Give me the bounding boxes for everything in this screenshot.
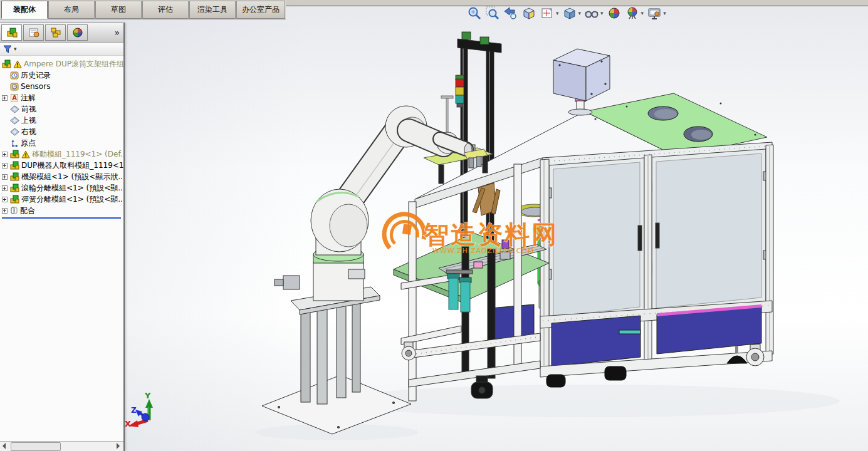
tree-item-root[interactable]: Ampere DUP滚筒支架组件组... xyxy=(2,58,123,70)
filter-funnel-icon[interactable] xyxy=(3,45,12,53)
tab-sketch[interactable]: 草图 xyxy=(95,1,142,19)
tree-item-mates[interactable]: 配合 xyxy=(2,205,123,216)
tab-render-tools[interactable]: 渲染工具 xyxy=(189,1,236,19)
display-style-icon[interactable] xyxy=(562,5,578,21)
tree-item-subassembly[interactable]: DUP機器人取料模組_1119<1... xyxy=(2,160,123,171)
dropdown-arrow[interactable]: ▾ xyxy=(578,10,582,16)
expander-icon[interactable] xyxy=(2,185,10,191)
glass-door-left xyxy=(553,162,640,317)
dropdown-arrow[interactable]: ▾ xyxy=(641,10,644,16)
history-icon xyxy=(10,71,19,80)
tree-item-history[interactable]: 历史记录 xyxy=(2,70,123,81)
tree-item-subassembly[interactable]: 機架模組<1> (預設<顯示狀... xyxy=(2,171,123,182)
view-settings-icon[interactable] xyxy=(646,5,662,21)
tab-evaluate[interactable]: 评估 xyxy=(142,1,189,19)
view-orientation-icon[interactable] xyxy=(539,5,555,21)
assembly-icon xyxy=(10,161,19,170)
warning-icon xyxy=(21,150,30,158)
assembly-icon xyxy=(10,150,19,158)
glass-door-right xyxy=(656,153,761,308)
zoom-to-area-icon[interactable] xyxy=(484,5,501,21)
previous-view-icon[interactable] xyxy=(503,5,519,21)
dropdown-arrow[interactable]: ▾ xyxy=(600,10,604,16)
tab-office-products[interactable]: 办公室产品 xyxy=(236,1,285,19)
expander-icon[interactable] xyxy=(2,95,10,101)
door-handle-right xyxy=(656,223,659,248)
apply-scene-icon[interactable] xyxy=(624,5,641,21)
expander-icon[interactable] xyxy=(2,197,10,202)
watermark-title: 智造资料网 xyxy=(423,220,558,249)
tree-item-subassembly[interactable]: 彈簧分離模組<1> (預設<顯... xyxy=(2,194,123,205)
door-handle-left xyxy=(638,226,642,251)
scrollbar-thumb[interactable] xyxy=(11,442,61,451)
graphics-area[interactable]: 智造资料网 WWW.ZHIZAOZILIAO.COM Y X Z xyxy=(0,0,868,451)
tree-horizontal-scrollbar[interactable] xyxy=(0,441,123,451)
plane-icon xyxy=(10,128,19,136)
robot-base xyxy=(313,262,363,301)
rollback-bar[interactable] xyxy=(2,217,121,219)
display-manager-tab[interactable] xyxy=(67,24,88,41)
expander-icon[interactable] xyxy=(2,163,10,168)
expander-icon[interactable] xyxy=(2,174,10,180)
tab-assembly[interactable]: 装配体 xyxy=(1,1,48,19)
edit-appearance-icon[interactable] xyxy=(606,5,622,21)
property-manager-tab[interactable] xyxy=(23,24,44,41)
tab-layout[interactable]: 布局 xyxy=(48,1,95,19)
assembly-icon xyxy=(10,195,19,204)
command-manager-tabs: 装配体 布局 草图 评估 渲染工具 办公室产品 xyxy=(0,0,286,19)
panel-overflow-chevron[interactable]: » xyxy=(114,28,121,38)
configuration-manager-tab[interactable] xyxy=(45,24,66,41)
tree-item-front-plane[interactable]: 前视 xyxy=(2,103,123,115)
tree-item-sensors[interactable]: Sensors xyxy=(2,81,123,92)
scroll-right-arrow[interactable] xyxy=(117,443,120,449)
filter-dropdown-caret[interactable]: ▾ xyxy=(14,46,17,52)
feature-manager-tab[interactable] xyxy=(1,24,22,41)
heads-up-toolbar: ▾ ▾ ▾ ▾ ▾ xyxy=(466,5,667,21)
tree-filter-bar: ▾ xyxy=(0,43,123,56)
watermark-subtitle: WWW.ZHIZAOZILIAO.COM xyxy=(432,247,534,255)
triad-z-label: Z xyxy=(131,406,137,415)
svg-text:A: A xyxy=(12,95,17,101)
assembly-icon xyxy=(10,184,19,192)
tree-item-subassembly[interactable]: 滾輪分離模組<1> (預設<顯... xyxy=(2,182,123,194)
tree-item-subassembly[interactable]: 移動模組_1119<1> (Def... xyxy=(2,148,123,160)
mates-icon xyxy=(10,206,18,215)
tree-item-top-plane[interactable]: 上视 xyxy=(2,115,123,126)
triad-y-label: Y xyxy=(144,391,151,400)
assembly-icon xyxy=(10,172,19,181)
scroll-left-arrow[interactable] xyxy=(3,443,6,449)
plane-icon xyxy=(10,117,19,125)
expander-icon[interactable] xyxy=(2,208,10,214)
tree-item-right-plane[interactable]: 右视 xyxy=(2,126,123,137)
feature-tree: Ampere DUP滚筒支架组件组... 历史记录 Sensors A 注解 前… xyxy=(0,56,123,441)
signal-tower[interactable] xyxy=(456,75,464,107)
annotations-icon: A xyxy=(10,93,19,102)
dropdown-arrow[interactable]: ▾ xyxy=(556,10,559,16)
origin-icon xyxy=(10,138,19,147)
zoom-to-fit-icon[interactable] xyxy=(466,5,483,21)
expander-icon[interactable] xyxy=(2,152,10,157)
warning-icon xyxy=(13,60,22,68)
sensors-icon xyxy=(10,82,19,91)
tree-item-origin[interactable]: 原点 xyxy=(2,137,123,148)
section-view-icon[interactable] xyxy=(521,5,537,21)
plane-icon xyxy=(10,105,19,113)
tree-item-annotations[interactable]: A 注解 xyxy=(2,92,123,103)
assembly-icon xyxy=(2,60,11,68)
dropdown-arrow[interactable]: ▾ xyxy=(663,10,666,16)
manager-tab-bar: » xyxy=(0,23,123,43)
feature-manager-panel: » ▾ Ampere DUP滚筒支架组件组... 历史记录 Sensors A … xyxy=(0,23,125,451)
triad-x-label: X xyxy=(125,419,131,428)
hide-show-items-icon[interactable] xyxy=(583,5,600,21)
